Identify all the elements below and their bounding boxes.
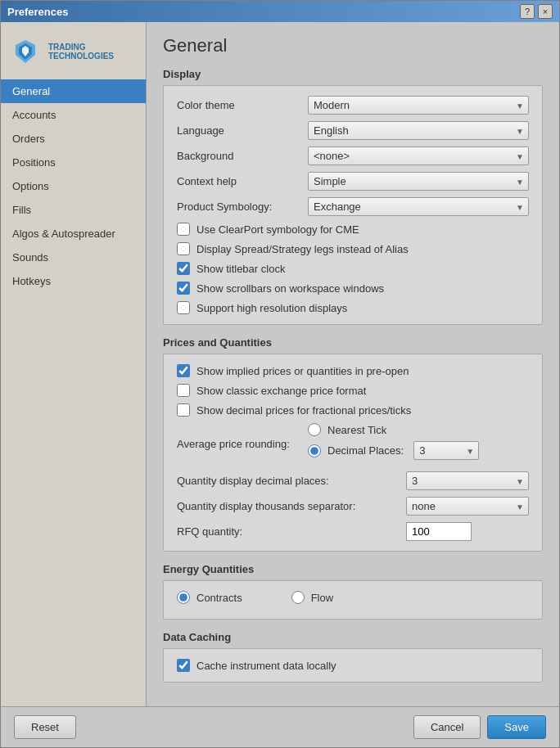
help-button[interactable]: ? — [520, 4, 535, 19]
decimal-places-radio[interactable] — [308, 444, 321, 457]
flow-label: Flow — [311, 592, 333, 604]
sidebar-item-algos[interactable]: Algos & Autospreader — [1, 222, 146, 246]
decimal-places-row: Decimal Places: 3 1 2 4 ▼ — [308, 441, 479, 460]
cache-instrument-checkbox[interactable] — [177, 659, 190, 672]
clearport-label: Use ClearPort symbology for CME — [196, 223, 359, 236]
background-select[interactable]: <none> — [308, 146, 529, 165]
nearest-tick-label: Nearest Tick — [327, 424, 386, 436]
main-content: General Display Color theme Modern Class… — [147, 22, 559, 706]
reset-button[interactable]: Reset — [14, 715, 76, 739]
sidebar-item-hotkeys[interactable]: Hotkeys — [1, 269, 146, 293]
high-res-label: Support high resolution displays — [196, 302, 347, 314]
context-help-select-wrapper: Simple Advanced None ▼ — [308, 172, 529, 191]
energy-section-header: Energy Quantities — [163, 563, 543, 575]
context-help-label: Context help — [177, 175, 308, 187]
title-bar-buttons: ? × — [520, 4, 553, 19]
color-theme-select[interactable]: Modern Classic Dark — [308, 96, 529, 115]
sidebar-item-accounts[interactable]: Accounts — [1, 103, 146, 127]
language-label: Language — [177, 124, 308, 137]
implied-prices-label: Show implied prices or quantities in pre… — [196, 365, 409, 377]
decimal-prices-checkbox[interactable] — [177, 403, 190, 417]
preferences-window: Preferences ? × TRADING TECHNOLOGIES — [0, 0, 560, 748]
spread-checkbox[interactable] — [177, 242, 190, 255]
window-title: Preferences — [7, 6, 68, 18]
logo-area: TRADING TECHNOLOGIES — [1, 29, 146, 79]
context-help-select[interactable]: Simple Advanced None — [308, 172, 529, 191]
scrollbars-checkbox[interactable] — [177, 282, 190, 295]
sidebar-item-options[interactable]: Options — [1, 174, 146, 198]
caching-section-body: Cache instrument data locally — [163, 648, 543, 683]
rfq-qty-input[interactable] — [406, 522, 472, 541]
energy-section: Energy Quantities Contracts Flow — [163, 563, 543, 620]
product-symbology-row: Product Symbology: Exchange Reuters Bloo… — [177, 197, 529, 216]
implied-prices-checkbox[interactable] — [177, 364, 190, 377]
titlebar-clock-label: Show titlebar clock — [196, 263, 285, 275]
cache-instrument-row: Cache instrument data locally — [177, 659, 529, 672]
product-symbology-label: Product Symbology: — [177, 201, 308, 213]
context-help-row: Context help Simple Advanced None ▼ — [177, 172, 529, 191]
logo-text: TRADING TECHNOLOGIES — [48, 43, 114, 61]
sidebar-item-general[interactable]: General — [1, 79, 146, 103]
spread-label: Display Spread/Strategy legs instead of … — [196, 243, 409, 255]
clearport-checkbox[interactable] — [177, 223, 190, 236]
sidebar-item-fills[interactable]: Fills — [1, 198, 146, 222]
qty-decimal-select-wrapper: 3 0 1 2 ▼ — [406, 471, 529, 490]
background-row: Background <none> ▼ — [177, 146, 529, 165]
scrollbars-label: Show scrollbars on workspace windows — [196, 282, 384, 295]
product-symbology-select[interactable]: Exchange Reuters Bloomberg — [308, 197, 529, 216]
display-section: Display Color theme Modern Classic Dark … — [163, 68, 543, 325]
caching-section: Data Caching Cache instrument data local… — [163, 631, 543, 683]
implied-prices-checkbox-row: Show implied prices or quantities in pre… — [177, 364, 529, 377]
decimal-places-select-wrapper: 3 1 2 4 ▼ — [413, 441, 479, 460]
sidebar-item-orders[interactable]: Orders — [1, 127, 146, 151]
title-bar: Preferences ? × — [1, 1, 559, 22]
avg-price-row: Average price rounding: Nearest Tick Dec… — [177, 423, 529, 465]
nearest-tick-row: Nearest Tick — [308, 423, 479, 436]
sidebar-item-positions[interactable]: Positions — [1, 151, 146, 174]
decimal-prices-checkbox-row: Show decimal prices for fractional price… — [177, 403, 529, 417]
save-button[interactable]: Save — [487, 715, 546, 739]
decimal-places-select[interactable]: 3 1 2 4 — [413, 441, 479, 460]
footer: Reset Cancel Save — [1, 706, 559, 747]
classic-exchange-checkbox-row: Show classic exchange price format — [177, 384, 529, 397]
decimal-places-label: Decimal Places: — [327, 444, 404, 457]
qty-decimal-row: Quantity display decimal places: 3 0 1 2… — [177, 471, 529, 490]
rfq-qty-row: RFQ quantity: — [177, 522, 529, 541]
sidebar: TRADING TECHNOLOGIES General Accounts Or… — [1, 22, 147, 706]
nearest-tick-radio[interactable] — [308, 423, 321, 436]
qty-decimal-select[interactable]: 3 0 1 2 — [406, 471, 529, 490]
color-theme-select-wrapper: Modern Classic Dark ▼ — [308, 96, 529, 115]
qty-thousands-select-wrapper: none comma period ▼ — [406, 497, 529, 516]
contracts-radio[interactable] — [177, 591, 190, 604]
caching-section-header: Data Caching — [163, 631, 543, 643]
energy-section-body: Contracts Flow — [163, 580, 543, 620]
logo-icon — [11, 37, 40, 66]
energy-radio-group: Contracts Flow — [177, 591, 529, 609]
avg-price-label: Average price rounding: — [177, 438, 308, 450]
prices-section: Prices and Quantities Show implied price… — [163, 336, 543, 552]
language-select[interactable]: English — [308, 121, 529, 140]
rfq-qty-label: RFQ quantity: — [177, 525, 406, 538]
close-button[interactable]: × — [538, 4, 553, 19]
spread-checkbox-row: Display Spread/Strategy legs instead of … — [177, 242, 529, 255]
footer-right: Cancel Save — [413, 715, 546, 739]
titlebar-clock-checkbox[interactable] — [177, 262, 190, 275]
background-select-wrapper: <none> ▼ — [308, 146, 529, 165]
contracts-row: Contracts — [177, 591, 242, 604]
flow-radio[interactable] — [291, 591, 305, 604]
high-res-checkbox[interactable] — [177, 301, 190, 314]
color-theme-label: Color theme — [177, 99, 308, 111]
display-section-body: Color theme Modern Classic Dark ▼ Lan — [163, 85, 543, 325]
color-theme-row: Color theme Modern Classic Dark ▼ — [177, 96, 529, 115]
qty-decimal-label: Quantity display decimal places: — [177, 475, 406, 487]
classic-exchange-checkbox[interactable] — [177, 384, 190, 397]
qty-thousands-select[interactable]: none comma period — [406, 497, 529, 516]
scrollbars-checkbox-row: Show scrollbars on workspace windows — [177, 282, 529, 295]
qty-thousands-row: Quantity display thousands separator: no… — [177, 497, 529, 516]
page-title: General — [163, 35, 543, 56]
display-section-header: Display — [163, 68, 543, 80]
prices-section-body: Show implied prices or quantities in pre… — [163, 354, 543, 552]
prices-section-header: Prices and Quantities — [163, 336, 543, 349]
sidebar-item-sounds[interactable]: Sounds — [1, 246, 146, 269]
cancel-button[interactable]: Cancel — [413, 715, 481, 739]
